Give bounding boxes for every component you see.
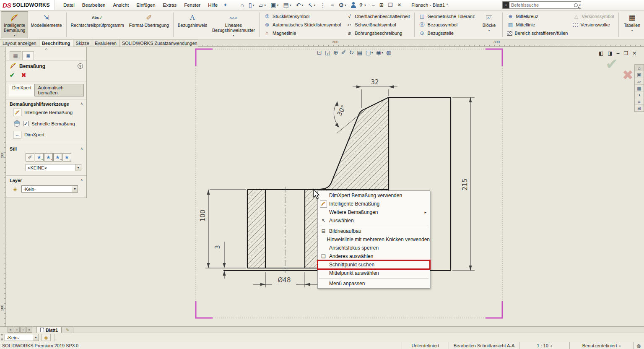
save-style-button[interactable]: ★▪: [53, 153, 62, 161]
tables-button[interactable]: ▦ Tabellen ▾: [621, 11, 644, 38]
dim-text-100[interactable]: 100: [199, 210, 207, 222]
restore-document-button[interactable]: ❐: [623, 50, 628, 56]
view-palette-tab[interactable]: ▦: [10, 51, 21, 60]
collapse-icon[interactable]: ∧: [80, 102, 83, 107]
apply-default-style-button[interactable]: ✐: [26, 153, 34, 161]
menu-item-find-intersection[interactable]: Schnittpunkt suchen: [318, 260, 430, 269]
tab-evaluieren[interactable]: Evaluieren: [92, 39, 119, 47]
chevron-down-icon[interactable]: ▾: [488, 29, 490, 32]
zoom-to-area-button[interactable]: ◱: [325, 49, 330, 56]
status-sheet-scale[interactable]: 1 : 10▴: [519, 342, 569, 349]
menu-item-more-dimensions[interactable]: Weitere Bemaßungen▸: [318, 208, 430, 216]
magnetic-line-button[interactable]: ∩Magnetlinie: [264, 29, 341, 37]
centerline-button[interactable]: ▥Mittellinie: [507, 21, 568, 29]
minimize-button[interactable]: –: [372, 2, 375, 8]
first-sheet-button[interactable]: «: [8, 327, 13, 333]
dim-text-32[interactable]: 32: [371, 78, 379, 86]
collapse-icon[interactable]: ∧: [80, 178, 83, 183]
home-button[interactable]: ⌂: [239, 1, 245, 9]
previous-sheet-button[interactable]: ‹: [14, 327, 20, 333]
style-dropdown[interactable]: <KEINE> ▾: [26, 164, 81, 171]
next-sheet-button[interactable]: ›: [20, 327, 26, 333]
save-button[interactable]: ▣▾: [269, 1, 280, 9]
tab-autodimension[interactable]: Automatisch bemaßen: [35, 84, 84, 96]
note-button[interactable]: A Bezugshinweis: [175, 11, 210, 38]
center-mark-button[interactable]: ⊕Mittelkreuz: [507, 12, 568, 21]
hide-show-items-button[interactable]: ◉▾: [376, 49, 383, 56]
select-button[interactable]: ↖▾: [306, 1, 317, 9]
undo-button[interactable]: ↶▾: [295, 1, 305, 9]
next-window-button[interactable]: ◨: [608, 50, 612, 56]
menu-bearbeiten[interactable]: Bearbeiten: [78, 0, 109, 10]
menu-einfuegen[interactable]: Einfügen: [132, 0, 159, 10]
datum-target-button[interactable]: ⊙Bezugsstelle: [419, 29, 475, 37]
collapse-icon[interactable]: ∧: [80, 146, 83, 151]
tab-beschriftung[interactable]: Beschriftung: [39, 39, 73, 47]
weld-symbol-button[interactable]: ➳Schweißnahtsymbol: [346, 21, 410, 29]
quick-dimension-option[interactable]: ✓ Schnelle Bemaßung: [10, 118, 83, 129]
balloon-button[interactable]: ①Stücklistensymbol: [264, 12, 341, 21]
area-hatch-button[interactable]: Bereich schraffieren/füllen: [507, 29, 568, 37]
user-account-icon[interactable]: [351, 2, 356, 8]
tab-zusatzanwendungen[interactable]: SOLIDWORKS Zusatzanwendungen: [119, 39, 200, 47]
smart-dimension-button[interactable]: IntelligenteBemaßung ▾: [1, 11, 28, 38]
solidworks-resources-icon[interactable]: ⌂: [635, 65, 644, 71]
view-settings-button[interactable]: ◍: [386, 49, 391, 56]
appearances-icon[interactable]: ◑: [635, 91, 644, 98]
dimension-3[interactable]: [223, 242, 226, 279]
menu-fenster[interactable]: Fenster: [180, 0, 204, 10]
sheet-properties-button[interactable]: ▤: [357, 49, 362, 56]
dim-text-30deg[interactable]: 30°: [335, 104, 347, 117]
menu-item-dimxpert-dimension[interactable]: DimXpert Bemaßung verwenden: [318, 191, 430, 200]
chevron-down-icon[interactable]: ▾: [631, 29, 633, 32]
custom-properties-icon[interactable]: ≡: [635, 98, 644, 105]
last-sheet-button[interactable]: »: [26, 327, 32, 333]
tab-skizze[interactable]: Skizze: [73, 39, 92, 47]
format-painter-button[interactable]: ✐ Format-Übertragung: [127, 11, 171, 38]
options-list-button[interactable]: ≡: [329, 1, 335, 9]
quick-dimension-checkbox[interactable]: ✓: [23, 121, 29, 126]
print-button[interactable]: ▤▾: [282, 1, 292, 9]
ok-button[interactable]: ✔: [10, 72, 15, 78]
menu-item-smart-dimension[interactable]: Intelligente Bemaßung: [318, 200, 430, 208]
auto-balloon-button[interactable]: ⊚Automatisches Stücklistensymbol: [264, 21, 341, 29]
spell-checker-button[interactable]: Abc✓ Rechtschreibprüfprogramm: [68, 11, 127, 38]
model-items-button[interactable]: ⇲ Modellelemente: [28, 11, 64, 38]
menu-item-rebuild-view[interactable]: ⊟Bildneuaufbau: [318, 227, 430, 235]
close-document-button[interactable]: ✕: [632, 50, 636, 56]
layer-properties-button[interactable]: ◈: [42, 334, 51, 341]
view-palette-icon[interactable]: ▦: [635, 85, 644, 91]
confirmation-cancel-icon[interactable]: ✖: [622, 67, 634, 83]
dimxpert-option[interactable]: ↔ DimXpert: [10, 129, 83, 141]
chevron-down-icon[interactable]: ▾: [579, 3, 581, 7]
pin-menu-icon[interactable]: ✦: [223, 2, 227, 8]
delete-style-button[interactable]: ★×: [44, 153, 53, 161]
cancel-button[interactable]: ✖: [21, 72, 26, 78]
dim-text-215[interactable]: 215: [461, 179, 469, 191]
open-button[interactable]: ▱▾: [257, 1, 267, 9]
chevron-down-icon[interactable]: ▾: [14, 34, 16, 37]
design-library-icon[interactable]: ▣: [635, 71, 644, 78]
chevron-down-icon[interactable]: ▾: [233, 34, 234, 37]
search-icon[interactable]: [574, 3, 578, 7]
chevron-down-icon[interactable]: ▾: [364, 3, 366, 7]
blocks-button[interactable]: A° Blöcke ▾: [477, 11, 501, 38]
revision-cloud-button[interactable]: Versionswolke: [573, 21, 614, 29]
add-style-button[interactable]: ★+: [35, 153, 44, 161]
search-input[interactable]: [509, 3, 574, 8]
menu-item-multi-jog-leader[interactable]: Hinweislinie mit mehreren Knicken verwen…: [318, 235, 430, 244]
zoom-to-selection-button[interactable]: ✐: [341, 49, 346, 56]
linear-note-pattern-button[interactable]: AAA LinearesBezugshinweismuster ▾: [210, 11, 257, 38]
drawing-canvas[interactable]: 32 30° 215 100 3 Ø48 ⊡ ◱ ⊕ ✐ ↻ ▤ ▢▾ ◉▾ ◍…: [0, 47, 644, 326]
dimension-100[interactable]: [205, 190, 246, 268]
zoom-to-fit-button[interactable]: ⊡: [317, 49, 322, 56]
status-units[interactable]: Benutzerdefiniert▴: [569, 342, 633, 349]
display-style-button[interactable]: ▢▾: [365, 49, 373, 56]
sheet-tab-blatt1[interactable]: Blatt1: [36, 327, 62, 333]
menu-hilfe[interactable]: Hilfe: [204, 0, 221, 10]
status-tags[interactable]: ◍: [633, 342, 644, 349]
hole-callout-button[interactable]: ⌀Bohrungsbeschreibung: [346, 29, 410, 37]
confirmation-check-icon[interactable]: ✔: [605, 55, 618, 73]
help-icon[interactable]: ?: [359, 2, 363, 8]
panel-drag-handle[interactable]: [45, 48, 47, 50]
